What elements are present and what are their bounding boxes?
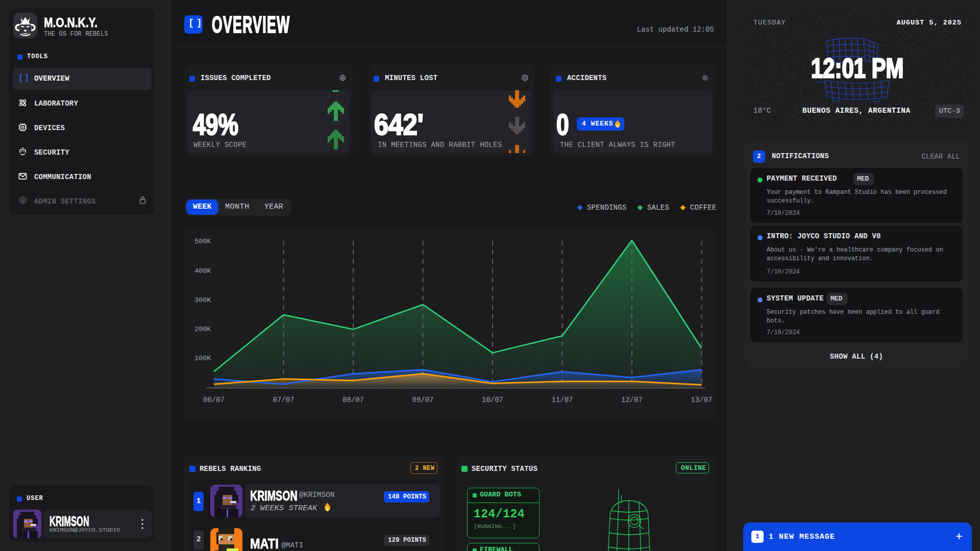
svg-text:100K: 100K xyxy=(194,355,211,362)
svg-text:07/07: 07/07 xyxy=(273,396,294,404)
svg-text:12/07: 12/07 xyxy=(621,396,643,404)
svg-text:10/07: 10/07 xyxy=(482,396,503,404)
svg-text:09/07: 09/07 xyxy=(412,396,433,404)
svg-text:08/07: 08/07 xyxy=(342,396,364,404)
svg-text:200K: 200K xyxy=(194,325,211,333)
svg-text:06/07: 06/07 xyxy=(203,396,225,404)
svg-text:500K: 500K xyxy=(194,238,211,245)
svg-text:13/07: 13/07 xyxy=(691,396,712,404)
svg-text:300K: 300K xyxy=(194,296,211,304)
svg-text:400K: 400K xyxy=(194,267,211,275)
svg-text:11/07: 11/07 xyxy=(551,396,573,404)
